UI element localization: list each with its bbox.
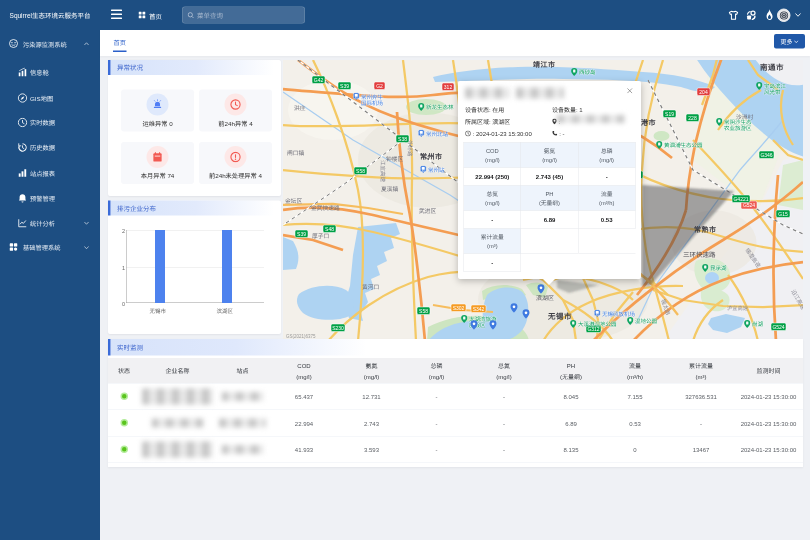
svg-text:闸口镇: 闸口镇: [287, 148, 304, 157]
svg-text:S58: S58: [356, 167, 365, 174]
svg-text:厚子口: 厚子口: [312, 231, 329, 240]
svg-text:S230: S230: [332, 324, 344, 331]
svg-text:S302: S302: [453, 304, 465, 311]
svg-text:G524: G524: [772, 323, 784, 330]
svg-text:金武快速路: 金武快速路: [311, 203, 340, 212]
svg-text:S39: S39: [340, 82, 349, 89]
svg-text:204: 204: [699, 88, 708, 95]
svg-text:G4221: G4221: [733, 195, 748, 202]
svg-text:228: 228: [688, 114, 697, 121]
svg-text:金坛区: 金坛区: [285, 196, 302, 205]
svg-text:S19: S19: [665, 110, 674, 117]
svg-text:夏溪镇: 夏溪镇: [381, 184, 398, 193]
svg-text:南通市: 南通市: [760, 61, 784, 72]
svg-text:常熟市: 常熟市: [694, 224, 717, 234]
svg-text:洪庄: 洪庄: [294, 103, 306, 112]
svg-text:沪宜高速: 沪宜高速: [727, 304, 749, 312]
svg-text:S58: S58: [419, 307, 428, 314]
svg-text:G346: G346: [760, 151, 772, 158]
svg-text:G42: G42: [314, 76, 324, 83]
svg-text:外环路: 外环路: [406, 140, 414, 157]
svg-text:S342: S342: [473, 305, 485, 312]
svg-text:三环快速路: 三环快速路: [683, 249, 716, 259]
svg-text:江宜高速: 江宜高速: [379, 160, 387, 183]
svg-text:S39: S39: [297, 230, 306, 237]
svg-text:港市: 港市: [641, 117, 656, 127]
svg-text:S38: S38: [398, 135, 407, 142]
svg-text:武进区: 武进区: [419, 206, 436, 215]
svg-text:G15: G15: [778, 210, 788, 217]
svg-text:滨湖区: 滨湖区: [536, 293, 554, 302]
svg-text:靖江市: 靖江市: [533, 60, 556, 69]
svg-text:钟楼区: 钟楼区: [386, 154, 403, 163]
svg-text:G2: G2: [376, 82, 383, 89]
svg-text:常州市: 常州市: [420, 151, 443, 161]
svg-text:黄河口: 黄河口: [362, 282, 379, 291]
svg-text:无锡市: 无锡市: [547, 310, 572, 321]
svg-text:312: 312: [444, 83, 453, 90]
